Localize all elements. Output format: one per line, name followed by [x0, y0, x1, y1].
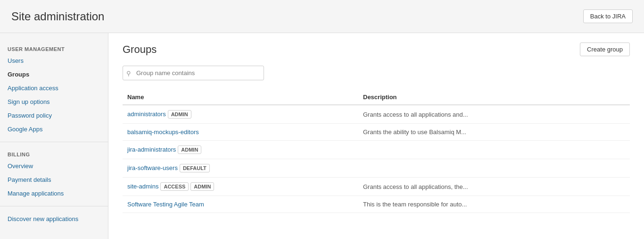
group-name-link[interactable]: jira-software-users	[127, 164, 178, 171]
create-group-button[interactable]: Create group	[580, 43, 630, 56]
group-description: Grants access to all applications and...	[358, 105, 630, 124]
group-description	[358, 159, 630, 178]
main-content: Groups Create group ⚲ Name Description a…	[108, 33, 644, 239]
groups-table: Name Description administratorsADMINGran…	[123, 90, 630, 213]
back-to-jira-button[interactable]: Back to JIRA	[583, 9, 633, 23]
group-name-cell: jira-software-usersDEFAULT	[123, 159, 358, 178]
table-row: jira-software-usersDEFAULT	[123, 159, 630, 178]
group-description: Grants the ability to use Balsamiq M...	[358, 124, 630, 141]
sidebar-item-payment-details[interactable]: Payment details	[0, 173, 108, 187]
group-name-link[interactable]: site-admins	[127, 183, 158, 190]
group-name-link[interactable]: Software Testing Agile Team	[127, 201, 204, 208]
group-name-cell: Software Testing Agile Team	[123, 196, 358, 213]
group-badge: ADMIN	[190, 182, 214, 191]
group-name-cell: balsamiq-mockups-editors	[123, 124, 358, 141]
site-title: Site administration	[11, 10, 104, 23]
group-name-cell: jira-administratorsADMIN	[123, 141, 358, 159]
group-name-link[interactable]: balsamiq-mockups-editors	[127, 128, 199, 136]
group-name-cell: site-adminsACCESSADMIN	[123, 178, 358, 196]
group-badge: ADMIN	[178, 145, 201, 154]
search-input-wrapper: ⚲	[123, 66, 264, 80]
sidebar-item-password-policy[interactable]: Password policy	[0, 109, 108, 122]
page-title: Groups	[123, 43, 157, 56]
group-description	[358, 141, 630, 159]
table-row: administratorsADMINGrants access to all …	[123, 105, 630, 124]
table-row: balsamiq-mockups-editorsGrants the abili…	[123, 124, 630, 141]
group-badge: ACCESS	[160, 182, 189, 191]
billing-label: BILLING	[0, 148, 108, 159]
search-icon: ⚲	[126, 69, 131, 77]
sidebar-divider-1	[0, 142, 108, 142]
group-description: Grants access to all applications, the..…	[358, 178, 630, 196]
sidebar-item-groups[interactable]: Groups	[0, 68, 108, 81]
group-name-cell: administratorsADMIN	[123, 105, 358, 124]
group-name-link[interactable]: jira-administrators	[127, 146, 176, 153]
sidebar-item-users[interactable]: Users	[0, 54, 108, 68]
group-badge: ADMIN	[168, 110, 191, 119]
table-row: jira-administratorsADMIN	[123, 141, 630, 159]
group-description: This is the team responsible for auto...	[358, 196, 630, 213]
col-header-name: Name	[123, 90, 358, 105]
group-badge: DEFAULT	[180, 164, 210, 172]
sidebar-item-manage-applications[interactable]: Manage applications	[0, 187, 108, 200]
layout: USER MANAGEMENT Users Groups Application…	[0, 33, 644, 239]
group-name-link[interactable]: administrators	[127, 111, 166, 118]
sidebar: USER MANAGEMENT Users Groups Application…	[0, 33, 108, 239]
table-row: Software Testing Agile TeamThis is the t…	[123, 196, 630, 213]
table-row: site-adminsACCESSADMINGrants access to a…	[123, 178, 630, 196]
sidebar-item-application-access[interactable]: Application access	[0, 81, 108, 95]
sidebar-item-sign-up-options[interactable]: Sign up options	[0, 95, 108, 109]
sidebar-item-overview[interactable]: Overview	[0, 159, 108, 173]
col-header-description: Description	[358, 90, 630, 105]
sidebar-divider-2	[0, 206, 108, 206]
sidebar-item-discover-new-applications[interactable]: Discover new applications	[0, 212, 108, 226]
main-header: Groups Create group	[123, 43, 630, 56]
sidebar-item-google-apps[interactable]: Google Apps	[0, 122, 108, 136]
search-input[interactable]	[123, 66, 264, 80]
site-header: Site administration Back to JIRA	[0, 0, 644, 33]
search-container: ⚲	[123, 66, 630, 80]
user-management-label: USER MANAGEMENT	[0, 43, 108, 54]
